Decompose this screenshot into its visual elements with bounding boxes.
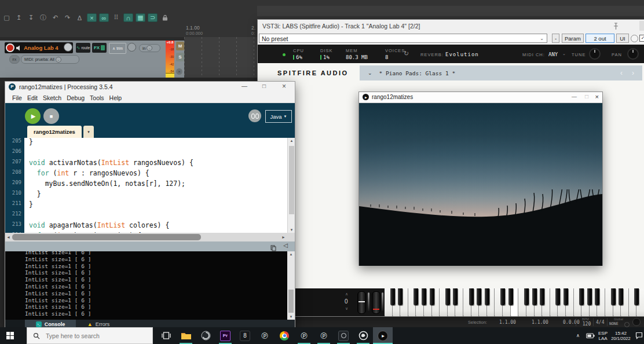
console-scroll-up-icon[interactable]: ▲ [287,252,295,256]
processing2-taskbar-icon[interactable]: ℗ [294,327,314,344]
console-panel[interactable]: IntList size=1 [ 6 ]IntList size=1 [ 6 ]… [5,251,295,320]
processing-taskbar-icon[interactable]: ℗ [255,327,275,344]
battery-icon[interactable] [584,327,597,344]
midi-fx-tag[interactable]: FX [9,55,20,64]
piano-black-key[interactable] [398,288,402,305]
metronome-icon[interactable]: Δ [75,13,85,22]
editor-vscrollbar[interactable]: ▲ ▼ [287,138,295,233]
remove-preset-button[interactable]: - [552,34,559,43]
wet-knob[interactable] [631,35,638,42]
collapse-console-icon[interactable]: ◁ [283,242,288,248]
run-button[interactable]: ▶ [25,108,41,124]
menu-debug[interactable]: Debug [67,94,85,101]
menu-sketch[interactable]: Sketch [43,94,61,101]
envelope-link-icon[interactable]: ∞ [99,13,109,22]
hscroll-thumb[interactable] [12,234,201,240]
ripple-edit-icon[interactable]: ∩ [123,13,133,22]
patch-prev-icon[interactable]: ‹ [620,69,623,77]
new-project-icon[interactable]: ▢ [2,13,12,22]
midi-ch-value[interactable]: ANY [548,52,558,57]
camera-app-icon[interactable] [334,327,353,344]
processing-close-icon[interactable]: × [282,82,286,90]
code-editor[interactable]: 205206207208209210211212213214 }void act… [5,138,295,233]
piano-black-key[interactable] [524,288,529,305]
reaper-icon[interactable] [196,327,215,344]
running-sketch-icon[interactable]: ▶ [373,327,393,344]
scroll-left-icon[interactable]: ◄ [6,235,10,239]
record-arm-button[interactable] [6,43,14,52]
code-area[interactable]: }void activarNotas(IntList rangosNuevos)… [29,138,287,233]
piano-black-key[interactable] [611,288,616,305]
undo-icon[interactable]: ↶ [50,13,60,22]
piano-black-key[interactable] [500,288,505,305]
debug-icon[interactable] [248,109,261,122]
piano-black-key[interactable] [532,288,537,305]
route-button[interactable]: ∿ route [76,43,90,53]
playrate-knob[interactable] [632,318,641,326]
routing-button[interactable]: 2 out [586,34,614,43]
scroll-right-icon[interactable]: ► [281,235,286,239]
project-info-icon[interactable]: ⓘ [38,13,48,22]
piano-black-key[interactable] [453,288,458,305]
tune-knob[interactable] [589,48,601,60]
menu-help[interactable]: Help [109,94,122,101]
processing-titlebar[interactable]: P rango12matizes | Processing 3.5.4 — □ … [5,82,295,93]
sketch-tab[interactable]: rango12matizes [27,126,82,138]
pan-knob[interactable] [627,48,639,60]
vst-titlebar[interactable]: VST3i: LABS (Spitfire Audio) - Track 1 "… [258,20,644,32]
save-project-icon[interactable]: ↧ [26,13,36,22]
snap-icon[interactable]: ⊃ [148,13,158,22]
stop-button[interactable]: ■ [43,108,59,124]
console-vscrollbar[interactable]: ▲ ▼ [287,251,295,320]
mode-selector[interactable]: Java ▼ [265,110,292,123]
piano-black-key[interactable] [485,288,489,305]
piano-black-key[interactable] [390,288,395,305]
scroll-up-icon[interactable]: ▲ [288,139,295,142]
console-scroll-down-icon[interactable]: ▼ [287,315,295,319]
notification-icon[interactable] [634,327,644,344]
piano-black-key[interactable] [508,288,513,305]
reaper-arrange-area[interactable] [184,37,257,78]
octave-down-icon[interactable]: ∨ [345,306,348,311]
meter-clear-icon[interactable]: × [176,68,182,75]
open-project-icon[interactable]: ↥ [14,13,24,22]
patch-selector[interactable]: ⌄ * Piano Pads: Glass 1 * ‹ › [360,65,642,80]
selection-length[interactable]: 0.0.00 [563,320,580,325]
sketch-maximize-icon[interactable]: □ [585,93,588,100]
input-selector[interactable]: in ⌄ [139,44,160,52]
processing-maximize-icon[interactable]: □ [262,83,266,89]
patch-next-icon[interactable]: › [632,69,634,77]
grid-icon[interactable]: ▦ [136,13,145,22]
sketch-minimize-icon[interactable]: — [572,94,577,100]
bpm-value[interactable]: 120 [580,321,593,327]
fx-button[interactable]: FX [92,43,107,53]
processing3-taskbar-icon[interactable]: ℗ [314,327,334,344]
global-automation-value[interactable]: NONE [609,321,619,326]
lock-icon[interactable] [160,13,170,22]
track-pan-knob[interactable] [127,43,136,52]
reaper-timeline-ruler[interactable]: 1.1.00 0:00.000 2. 0: [184,23,257,38]
redo-icon[interactable]: ↷ [63,13,72,22]
track-name[interactable]: Analog Lab 4 [24,45,58,51]
task-view-button[interactable] [156,327,176,344]
piano-black-key[interactable] [477,288,481,305]
piano-black-key[interactable] [540,288,544,305]
menu-edit[interactable]: Edit [27,94,38,101]
editor-scroll-thumb[interactable] [289,146,294,214]
taskbar-search[interactable] [27,327,153,344]
patch-chevron-icon[interactable]: ⌄ [368,70,372,76]
mod-wheel[interactable] [372,291,380,314]
piano-black-key[interactable] [564,288,568,305]
piano-black-key[interactable] [414,288,418,305]
time-signature[interactable]: 4/4 [596,320,604,325]
crossfade-icon[interactable]: × [87,13,97,22]
solo-button[interactable]: S [176,53,184,61]
processing-minimize-icon[interactable]: — [241,83,247,89]
global-automation-icon[interactable] [624,322,630,327]
refresh-icon[interactable]: ↻ [404,50,409,57]
midi-routing-pill[interactable]: MIDI: prueba: All ⌄ [21,55,79,64]
sketch-close-icon[interactable]: × [595,93,599,100]
chrome-icon[interactable] [275,327,294,344]
piano-black-key[interactable] [430,288,434,305]
preset-combo[interactable]: No preset ⌄ [259,34,547,43]
